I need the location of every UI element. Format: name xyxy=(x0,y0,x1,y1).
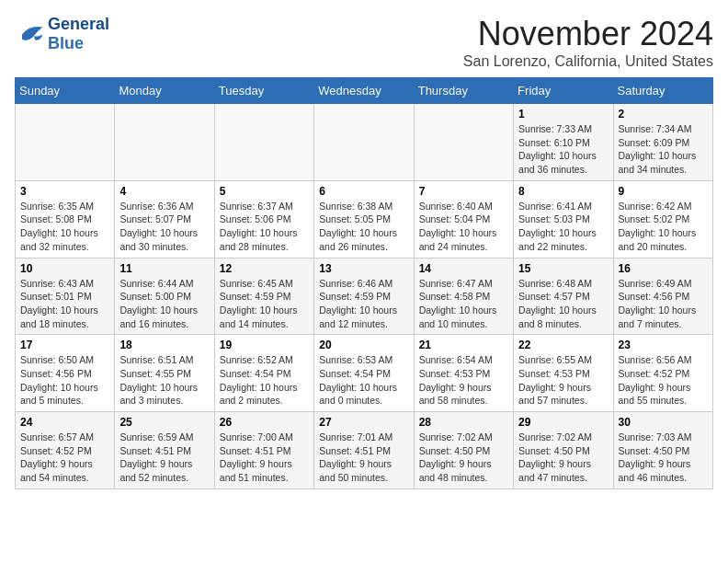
calendar-cell: 20Sunrise: 6:53 AM Sunset: 4:54 PM Dayli… xyxy=(314,335,414,412)
calendar-cell xyxy=(115,104,214,181)
calendar-cell: 28Sunrise: 7:02 AM Sunset: 4:50 PM Dayli… xyxy=(414,412,513,489)
day-info: Sunrise: 7:03 AM Sunset: 4:50 PM Dayligh… xyxy=(619,431,708,485)
calendar-cell: 15Sunrise: 6:48 AM Sunset: 4:57 PM Dayli… xyxy=(514,258,613,335)
calendar-cell: 26Sunrise: 7:00 AM Sunset: 4:51 PM Dayli… xyxy=(214,412,313,489)
calendar-week-row: 10Sunrise: 6:43 AM Sunset: 5:01 PM Dayli… xyxy=(16,258,713,335)
weekday-header-friday: Friday xyxy=(514,78,613,104)
calendar-cell: 16Sunrise: 6:49 AM Sunset: 4:56 PM Dayli… xyxy=(613,258,712,335)
calendar-cell: 14Sunrise: 6:47 AM Sunset: 4:58 PM Dayli… xyxy=(414,258,513,335)
day-info: Sunrise: 6:52 AM Sunset: 4:54 PM Dayligh… xyxy=(220,353,309,408)
calendar-cell: 12Sunrise: 6:45 AM Sunset: 4:59 PM Dayli… xyxy=(214,258,313,335)
day-number: 15 xyxy=(518,262,608,275)
calendar-cell: 8Sunrise: 6:41 AM Sunset: 5:03 PM Daylig… xyxy=(514,180,613,258)
day-number: 24 xyxy=(20,416,109,429)
day-info: Sunrise: 6:59 AM Sunset: 4:51 PM Dayligh… xyxy=(119,431,209,485)
calendar-cell: 7Sunrise: 6:40 AM Sunset: 5:04 PM Daylig… xyxy=(414,180,513,258)
day-info: Sunrise: 7:33 AM Sunset: 6:10 PM Dayligh… xyxy=(518,122,608,177)
day-number: 11 xyxy=(119,262,209,275)
day-info: Sunrise: 6:49 AM Sunset: 4:56 PM Dayligh… xyxy=(619,277,708,331)
calendar-cell: 30Sunrise: 7:03 AM Sunset: 4:50 PM Dayli… xyxy=(613,412,712,489)
weekday-header-row: SundayMondayTuesdayWednesdayThursdayFrid… xyxy=(16,78,713,104)
title-section: November 2024 San Lorenzo, California, U… xyxy=(463,15,713,70)
calendar-week-row: 17Sunrise: 6:50 AM Sunset: 4:56 PM Dayli… xyxy=(16,335,713,412)
calendar-cell xyxy=(16,104,115,181)
calendar-cell: 24Sunrise: 6:57 AM Sunset: 4:52 PM Dayli… xyxy=(16,412,115,489)
calendar-cell: 18Sunrise: 6:51 AM Sunset: 4:55 PM Dayli… xyxy=(115,335,214,412)
calendar-cell: 10Sunrise: 6:43 AM Sunset: 5:01 PM Dayli… xyxy=(16,258,115,335)
day-info: Sunrise: 6:42 AM Sunset: 5:02 PM Dayligh… xyxy=(619,200,708,254)
day-info: Sunrise: 7:01 AM Sunset: 4:51 PM Dayligh… xyxy=(319,431,408,485)
calendar-table: SundayMondayTuesdayWednesdayThursdayFrid… xyxy=(15,77,713,489)
calendar-cell: 29Sunrise: 7:02 AM Sunset: 4:50 PM Dayli… xyxy=(514,412,613,489)
calendar-cell: 9Sunrise: 6:42 AM Sunset: 5:02 PM Daylig… xyxy=(613,180,712,258)
day-info: Sunrise: 7:02 AM Sunset: 4:50 PM Dayligh… xyxy=(419,431,508,485)
calendar-cell: 3Sunrise: 6:35 AM Sunset: 5:08 PM Daylig… xyxy=(16,180,115,258)
day-info: Sunrise: 6:43 AM Sunset: 5:01 PM Dayligh… xyxy=(20,277,109,331)
calendar-cell: 1Sunrise: 7:33 AM Sunset: 6:10 PM Daylig… xyxy=(514,104,613,181)
weekday-header-tuesday: Tuesday xyxy=(214,78,313,104)
day-info: Sunrise: 6:57 AM Sunset: 4:52 PM Dayligh… xyxy=(20,431,109,485)
page-header: General Blue November 2024 San Lorenzo, … xyxy=(15,15,713,70)
day-number: 22 xyxy=(518,339,608,351)
day-number: 16 xyxy=(619,262,708,275)
location-title: San Lorenzo, California, United States xyxy=(463,53,713,70)
calendar-cell: 13Sunrise: 6:46 AM Sunset: 4:59 PM Dayli… xyxy=(314,258,414,335)
calendar-week-row: 1Sunrise: 7:33 AM Sunset: 6:10 PM Daylig… xyxy=(16,104,713,181)
day-number: 9 xyxy=(619,185,708,198)
day-info: Sunrise: 6:51 AM Sunset: 4:55 PM Dayligh… xyxy=(119,353,209,408)
calendar-cell: 22Sunrise: 6:55 AM Sunset: 4:53 PM Dayli… xyxy=(514,335,613,412)
calendar-cell xyxy=(414,104,513,181)
day-info: Sunrise: 6:35 AM Sunset: 5:08 PM Dayligh… xyxy=(20,200,109,254)
logo-text: General Blue xyxy=(48,15,109,53)
day-info: Sunrise: 6:40 AM Sunset: 5:04 PM Dayligh… xyxy=(419,200,508,254)
calendar-cell: 11Sunrise: 6:44 AM Sunset: 5:00 PM Dayli… xyxy=(115,258,214,335)
day-number: 2 xyxy=(619,108,708,121)
day-info: Sunrise: 7:02 AM Sunset: 4:50 PM Dayligh… xyxy=(518,431,608,485)
calendar-week-row: 24Sunrise: 6:57 AM Sunset: 4:52 PM Dayli… xyxy=(16,412,713,489)
logo-icon xyxy=(15,21,44,47)
day-number: 25 xyxy=(119,416,209,429)
calendar-cell: 19Sunrise: 6:52 AM Sunset: 4:54 PM Dayli… xyxy=(214,335,313,412)
day-info: Sunrise: 6:48 AM Sunset: 4:57 PM Dayligh… xyxy=(518,277,608,331)
day-number: 27 xyxy=(319,416,408,429)
calendar-cell: 21Sunrise: 6:54 AM Sunset: 4:53 PM Dayli… xyxy=(414,335,513,412)
day-info: Sunrise: 6:56 AM Sunset: 4:52 PM Dayligh… xyxy=(619,353,708,408)
day-number: 17 xyxy=(20,339,109,351)
day-number: 3 xyxy=(20,185,109,198)
day-info: Sunrise: 6:38 AM Sunset: 5:05 PM Dayligh… xyxy=(319,200,408,254)
day-info: Sunrise: 6:41 AM Sunset: 5:03 PM Dayligh… xyxy=(518,200,608,254)
day-number: 13 xyxy=(319,262,408,275)
weekday-header-monday: Monday xyxy=(115,78,214,104)
day-info: Sunrise: 6:47 AM Sunset: 4:58 PM Dayligh… xyxy=(419,277,508,331)
calendar-cell xyxy=(214,104,313,181)
weekday-header-saturday: Saturday xyxy=(613,78,712,104)
calendar-cell: 5Sunrise: 6:37 AM Sunset: 5:06 PM Daylig… xyxy=(214,180,313,258)
day-number: 7 xyxy=(419,185,508,198)
day-info: Sunrise: 6:37 AM Sunset: 5:06 PM Dayligh… xyxy=(220,200,309,254)
day-number: 12 xyxy=(220,262,309,275)
day-number: 29 xyxy=(518,416,608,429)
day-number: 10 xyxy=(20,262,109,275)
day-number: 21 xyxy=(419,339,508,351)
day-number: 26 xyxy=(220,416,309,429)
calendar-cell xyxy=(314,104,414,181)
day-info: Sunrise: 7:34 AM Sunset: 6:09 PM Dayligh… xyxy=(619,122,708,177)
day-info: Sunrise: 6:36 AM Sunset: 5:07 PM Dayligh… xyxy=(119,200,209,254)
month-title: November 2024 xyxy=(463,15,713,53)
day-number: 8 xyxy=(518,185,608,198)
day-info: Sunrise: 7:00 AM Sunset: 4:51 PM Dayligh… xyxy=(220,431,309,485)
weekday-header-sunday: Sunday xyxy=(16,78,115,104)
calendar-cell: 4Sunrise: 6:36 AM Sunset: 5:07 PM Daylig… xyxy=(115,180,214,258)
calendar-cell: 25Sunrise: 6:59 AM Sunset: 4:51 PM Dayli… xyxy=(115,412,214,489)
day-number: 23 xyxy=(619,339,708,351)
day-info: Sunrise: 6:53 AM Sunset: 4:54 PM Dayligh… xyxy=(319,353,408,408)
calendar-cell: 27Sunrise: 7:01 AM Sunset: 4:51 PM Dayli… xyxy=(314,412,414,489)
day-info: Sunrise: 6:50 AM Sunset: 4:56 PM Dayligh… xyxy=(20,353,109,408)
logo: General Blue xyxy=(15,15,109,53)
calendar-week-row: 3Sunrise: 6:35 AM Sunset: 5:08 PM Daylig… xyxy=(16,180,713,258)
calendar-cell: 6Sunrise: 6:38 AM Sunset: 5:05 PM Daylig… xyxy=(314,180,414,258)
day-number: 5 xyxy=(220,185,309,198)
calendar-cell: 2Sunrise: 7:34 AM Sunset: 6:09 PM Daylig… xyxy=(613,104,712,181)
day-number: 4 xyxy=(119,185,209,198)
calendar-cell: 23Sunrise: 6:56 AM Sunset: 4:52 PM Dayli… xyxy=(613,335,712,412)
